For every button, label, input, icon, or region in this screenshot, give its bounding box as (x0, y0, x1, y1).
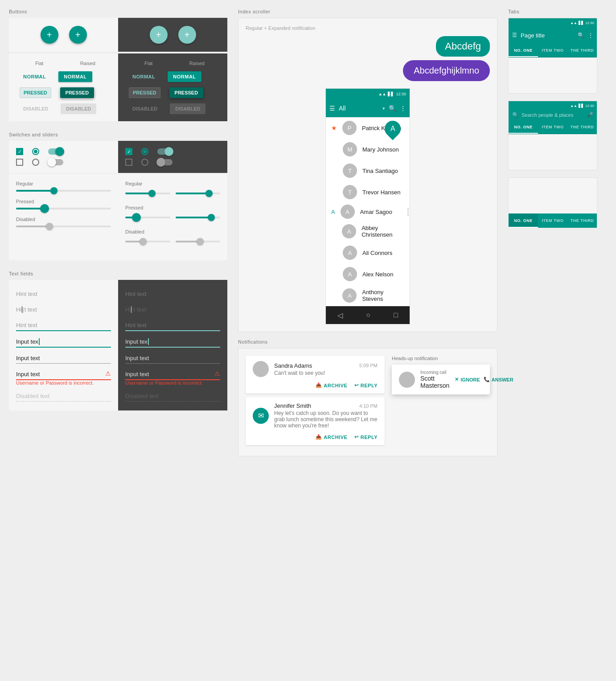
checkbox-on-light[interactable]: ✓ (16, 148, 23, 155)
pressed-raised-light[interactable]: PRESSED (60, 87, 94, 98)
radio-off-dark[interactable] (141, 159, 148, 166)
radio-on-light[interactable] (32, 148, 39, 155)
slider-right-light: Regular Pres (118, 174, 227, 260)
home-button[interactable]: ○ (366, 311, 370, 319)
scrollbar (407, 208, 409, 216)
notif-name-time-2: Jennifer Smith 4:10 PM (274, 402, 378, 409)
back-button[interactable]: ◁ (337, 311, 343, 320)
slider-track-r2[interactable] (176, 193, 221, 194)
contact-item-1[interactable]: M Mary Johnson (326, 139, 410, 160)
normal-raised-light[interactable]: NORMAL (58, 71, 92, 82)
tf-hint-dark-1: Hint text (125, 289, 220, 299)
tab-2-2-item[interactable]: ITEM TWO (538, 120, 567, 134)
notif-time-1: 5:09 PM (359, 363, 378, 368)
tf-focused-dark[interactable]: Hint text (125, 320, 220, 331)
normal-raised-dark[interactable]: NORMAL (168, 71, 201, 82)
tab-2-3-item[interactable]: THE THIRD (567, 120, 597, 134)
radio-on-dark[interactable] (141, 148, 148, 155)
tab-2-item[interactable]: ITEM TWO (538, 43, 567, 57)
radio-off-light[interactable] (32, 159, 39, 166)
notif-actions-1: 📥 ARCHIVE ↩ REPLY (253, 381, 378, 388)
tf-active-light[interactable]: Input tex (16, 336, 111, 348)
contact-name-8: Anthony Stevens (362, 289, 404, 302)
tab-more-icon[interactable]: ⋮ (588, 32, 593, 38)
contact-name-6: Ali Connors (362, 250, 392, 256)
tabs-phone-1: ▲▲ ▋▋ 12:30 ☰ Page title 🔍 ⋮ NO. ONE ITE… (508, 18, 597, 94)
search-icon[interactable]: 🔍 (389, 105, 396, 112)
slider-track-pressed[interactable] (16, 208, 111, 209)
bottom-tab-2[interactable]: ITEM TWO (538, 213, 567, 228)
tab-1-item[interactable]: NO. ONE (509, 43, 538, 57)
toggle-on-light[interactable] (48, 148, 63, 155)
buttons-section-label: Buttons (9, 9, 227, 14)
tab-3-item[interactable]: THE THIRD (567, 43, 597, 57)
bottom-tab-1[interactable]: NO. ONE (509, 213, 538, 228)
slider-disabled-right: Disabled (125, 229, 220, 246)
search-icon-2[interactable]: 🔍 (512, 112, 519, 118)
fab-button-2[interactable]: + (69, 26, 87, 44)
reply-button-2[interactable]: ↩ REPLY (354, 434, 378, 440)
contact-item-3[interactable]: T Trevor Hansen (326, 181, 410, 203)
search-input-label[interactable]: Search people & places (522, 112, 584, 118)
menu-icon[interactable]: ☰ (329, 105, 335, 112)
slider-track-regular[interactable] (16, 190, 111, 192)
switches-label: Switches and sliders (9, 132, 227, 137)
recent-button[interactable]: □ (394, 311, 398, 319)
bottom-tab-3[interactable]: THE THIRD (567, 213, 597, 228)
pressed-raised-dark[interactable]: PRESSED (169, 87, 204, 98)
archive-button-1[interactable]: 📥 ARCHIVE (316, 382, 348, 388)
reply-button-1[interactable]: ↩ REPLY (354, 382, 378, 388)
tf-active-dark[interactable]: Input tex (125, 336, 220, 348)
contact-avatar-1: M (343, 142, 357, 156)
checkbox-on-dark[interactable]: ✓ (125, 148, 132, 155)
phone-status-bar: ▲▲ ▋▋ 12:30 (326, 89, 410, 99)
pressed-row-dark: PRESSED PRESSED (129, 87, 217, 98)
middle-column: Index scroller Regular + Expanded notifi… (238, 9, 497, 456)
tf-error-input-dark[interactable]: Input text (125, 369, 220, 380)
normal-flat-dark[interactable]: NORMAL (129, 71, 159, 82)
toolbar-all-label: All (339, 105, 378, 112)
mic-icon[interactable]: 🎤 (587, 112, 593, 118)
checkbox-off-dark[interactable] (125, 159, 132, 166)
disabled-flat-light: DISABLED (20, 103, 52, 114)
fab-dark-button-1[interactable]: + (150, 26, 168, 44)
contact-name-1: Mary Johnson (362, 146, 399, 153)
tab-2-1-item[interactable]: NO. ONE (509, 120, 538, 134)
checkbox-off-light[interactable] (16, 159, 23, 166)
switch-dark: ✓ (118, 141, 227, 173)
normal-flat-light[interactable]: NORMAL (20, 71, 49, 82)
contact-item-5[interactable]: A Abbey Christensen (326, 221, 410, 242)
notif-actions-2: 📥 ARCHIVE ↩ REPLY (253, 432, 378, 440)
tf-error-input-light[interactable]: Input text (16, 369, 111, 380)
fab-dark-button-2[interactable]: + (178, 26, 196, 44)
pressed-flat-dark[interactable]: PRESSED (129, 87, 160, 98)
toggle-on-dark[interactable] (157, 148, 172, 155)
tf-focused-light[interactable]: Hint text (16, 320, 111, 331)
toggle-off-light[interactable] (48, 159, 63, 165)
notif-msg-1: Can't wait to see you! (274, 370, 378, 376)
contact-item-8[interactable]: A Anthony Stevens (326, 285, 410, 306)
tab-menu-icon[interactable]: ☰ (512, 32, 517, 38)
star-icon: ★ (331, 124, 337, 131)
notif-name-1: Sandra Adams (274, 362, 312, 369)
toggle-off-dark[interactable] (157, 159, 172, 165)
contact-item-6[interactable]: A Ali Connors (326, 242, 410, 263)
archive-button-2[interactable]: 📥 ARCHIVE (316, 434, 348, 440)
notif-header-2: ✉ Jennifer Smith 4:10 PM Hey let's catch… (253, 402, 378, 429)
contact-item-7[interactable]: A Alex Nelson (326, 263, 410, 285)
slider-track-r1[interactable] (125, 193, 170, 194)
flat-raised-light: Flat Raised NORMAL NORMAL PRESSED PRESSE… (9, 53, 118, 121)
contact-avatar-8: A (342, 288, 357, 303)
ignore-button[interactable]: ✕ IGNORE (455, 377, 480, 382)
fab-button-1[interactable]: + (41, 26, 58, 44)
contact-item-2[interactable]: T Tina Santiago (326, 160, 410, 181)
tf-hint-dark-2: Hi|t text (125, 304, 220, 315)
contact-avatar-2: T (343, 164, 357, 178)
tab-search-icon[interactable]: 🔍 (578, 32, 584, 38)
chat-bubble-1: Abcdefg (436, 36, 490, 57)
more-icon[interactable]: ⋮ (400, 105, 406, 112)
slider-disabled-light: Disabled (16, 217, 111, 227)
tabs-bar-2: NO. ONE ITEM TWO THE THIRD (509, 120, 597, 134)
headsup-notification: Incoming call Scott Masterson ✕ IGNORE 📞… (392, 365, 490, 394)
pressed-flat-light[interactable]: PRESSED (20, 87, 51, 98)
